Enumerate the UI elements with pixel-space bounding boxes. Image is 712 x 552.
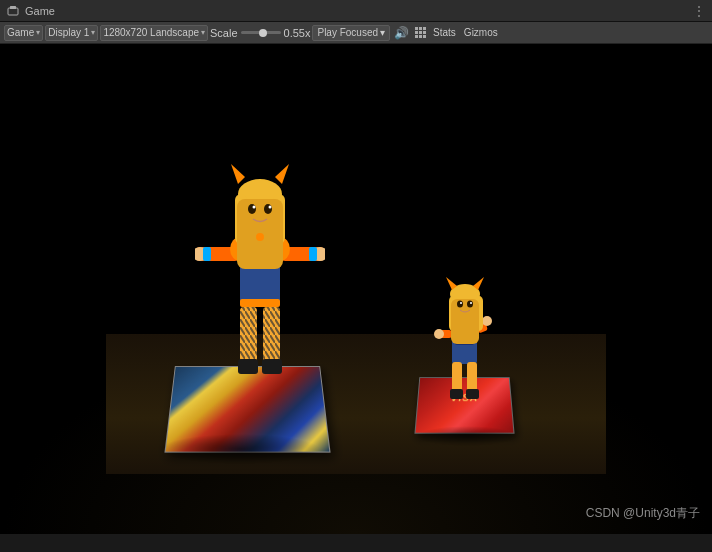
svg-point-27 xyxy=(248,204,256,214)
character-small xyxy=(427,274,502,404)
display-dropdown[interactable]: Display 1 ▾ xyxy=(45,25,98,41)
watermark: CSDN @Unity3d青子 xyxy=(586,505,700,522)
scale-value: 0.55x xyxy=(284,27,311,39)
character-large xyxy=(195,159,325,379)
svg-point-30 xyxy=(269,206,272,209)
title-bar-label: Game xyxy=(25,5,692,17)
svg-rect-50 xyxy=(451,299,479,344)
svg-rect-43 xyxy=(450,389,463,399)
scale-slider-thumb xyxy=(259,29,267,37)
game-dropdown[interactable]: Game ▾ xyxy=(4,25,43,41)
svg-point-31 xyxy=(256,233,264,241)
title-bar: Game ⋮ xyxy=(0,0,712,22)
svg-point-28 xyxy=(264,204,272,214)
play-focused-label: Play Focused xyxy=(317,27,378,38)
display-dropdown-label: Display 1 xyxy=(48,27,89,38)
game-icon xyxy=(6,4,20,18)
svg-rect-41 xyxy=(452,362,462,392)
svg-rect-7 xyxy=(203,247,211,261)
svg-point-55 xyxy=(460,302,462,304)
game-dropdown-label: Game xyxy=(7,27,34,38)
svg-rect-4 xyxy=(240,299,280,307)
svg-point-38 xyxy=(434,329,444,339)
toolbar: Game ▾ Display 1 ▾ 1280x720 Landscape ▾ … xyxy=(0,22,712,44)
svg-rect-18 xyxy=(262,359,282,374)
svg-point-56 xyxy=(470,302,472,304)
svg-rect-15 xyxy=(240,307,257,362)
audio-button[interactable]: 🔊 xyxy=(392,26,411,40)
svg-rect-16 xyxy=(263,307,280,362)
title-bar-menu-icon[interactable]: ⋮ xyxy=(692,3,706,19)
svg-point-29 xyxy=(253,206,256,209)
game-dropdown-arrow: ▾ xyxy=(36,28,40,37)
svg-marker-26 xyxy=(275,164,289,184)
svg-point-54 xyxy=(467,301,473,308)
display-dropdown-arrow: ▾ xyxy=(91,28,95,37)
svg-rect-0 xyxy=(8,8,18,15)
scale-slider[interactable] xyxy=(241,31,281,34)
grid-icon[interactable] xyxy=(413,27,428,38)
svg-point-53 xyxy=(457,301,463,308)
resolution-dropdown-label: 1280x720 Landscape xyxy=(103,27,199,38)
game-viewport[interactable]: CSDN @Unity3d青子 xyxy=(0,44,712,534)
gizmos-button[interactable]: Gizmos xyxy=(461,25,501,41)
svg-rect-17 xyxy=(238,359,258,374)
svg-marker-25 xyxy=(231,164,245,184)
resolution-dropdown[interactable]: 1280x720 Landscape ▾ xyxy=(100,25,208,41)
resolution-dropdown-arrow: ▾ xyxy=(201,28,205,37)
scale-label: Scale xyxy=(210,27,238,39)
play-focused-arrow: ▾ xyxy=(380,27,385,38)
svg-rect-42 xyxy=(467,362,477,392)
shadow-left xyxy=(160,434,320,464)
shadow-right xyxy=(417,426,517,446)
play-focused-dropdown[interactable]: Play Focused ▾ xyxy=(312,25,390,41)
scale-container: Scale 0.55x xyxy=(210,27,310,39)
stats-button[interactable]: Stats xyxy=(430,25,459,41)
svg-rect-1 xyxy=(10,6,16,9)
svg-point-40 xyxy=(482,316,492,326)
scene: CSDN @Unity3d青子 xyxy=(0,44,712,534)
svg-rect-10 xyxy=(309,247,317,261)
svg-rect-44 xyxy=(466,389,479,399)
